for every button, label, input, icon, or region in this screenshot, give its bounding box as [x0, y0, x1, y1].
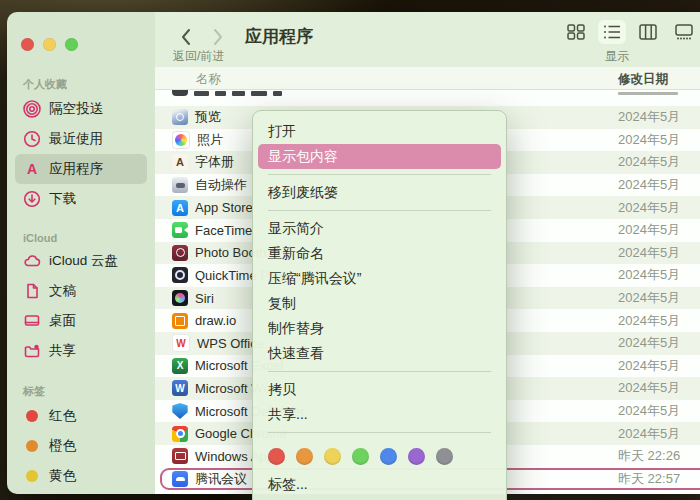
- sidebar-section-header: 个人收藏: [23, 77, 147, 92]
- sidebar: 个人收藏隔空投送最近使用A应用程序下载iCloudiCloud 云盘文稿桌面共享…: [7, 12, 155, 494]
- tag-color-dot[interactable]: [436, 448, 453, 465]
- sidebar-item-orange-tag[interactable]: 橙色: [15, 431, 147, 461]
- menu-item[interactable]: 标签...: [258, 472, 501, 497]
- file-name: 腾讯会议: [195, 470, 247, 488]
- sidebar-item-label: 隔空投送: [49, 100, 103, 118]
- sidebar-item-cloud[interactable]: iCloud 云盘: [15, 246, 147, 276]
- tag-color-dot[interactable]: [268, 448, 285, 465]
- modified-date: 2024年5月: [618, 108, 680, 126]
- forward-button[interactable]: [211, 27, 225, 47]
- modified-date: 2024年5月: [618, 153, 680, 171]
- modified-date: 2024年5月: [618, 357, 680, 375]
- tag-color-row: [253, 438, 506, 472]
- applications-icon: A: [22, 160, 41, 179]
- file-name: 预览: [195, 108, 221, 126]
- list-view-button[interactable]: [598, 20, 626, 44]
- close-button[interactable]: [21, 38, 34, 51]
- menu-item[interactable]: 移到废纸篓: [258, 180, 501, 205]
- modified-date: 昨天 22:26: [618, 447, 680, 465]
- sidebar-item-desktop[interactable]: 桌面: [15, 306, 147, 336]
- gallery-icon: [675, 24, 693, 40]
- back-forward-label: 返回/前进: [173, 48, 224, 65]
- windowsapp-app-icon: [172, 448, 188, 464]
- sidebar-section-header: 标签: [23, 384, 147, 399]
- modified-date: 2024年5月: [618, 425, 680, 443]
- name-column-header[interactable]: 名称: [196, 71, 221, 88]
- sidebar-item-shared-folder[interactable]: 共享: [15, 336, 147, 366]
- sidebar-item-label: 红色: [49, 407, 76, 425]
- sidebar-item-label: 橙色: [49, 437, 76, 455]
- modified-date: 2024年5月: [618, 289, 680, 307]
- sidebar-item-clock[interactable]: 最近使用: [15, 124, 147, 154]
- sidebar-item-label: 黄色: [49, 467, 76, 485]
- grid-icon: [567, 24, 585, 40]
- modified-date: 2024年5月: [618, 379, 680, 397]
- sidebar-item-document[interactable]: 文稿: [15, 276, 147, 306]
- clock-icon: [22, 130, 41, 149]
- toolbar: 返回/前进 应用程序 显示: [155, 12, 700, 66]
- modified-date: 昨天 22:57: [618, 470, 680, 488]
- view-switcher: [562, 20, 698, 44]
- modified-date: 2024年5月: [618, 199, 680, 217]
- tag-color-dot[interactable]: [296, 448, 313, 465]
- word-app-icon: [172, 380, 188, 396]
- sidebar-item-label: 下载: [49, 190, 76, 208]
- siri-app-icon: [172, 290, 188, 306]
- modified-date: 2024年5月: [618, 131, 680, 149]
- menu-item[interactable]: 显示包内容: [258, 144, 501, 169]
- sidebar-item-label: 文稿: [49, 282, 76, 300]
- sidebar-item-label: 共享: [49, 342, 76, 360]
- fontbook-app-icon: [172, 154, 188, 170]
- column-view-button[interactable]: [634, 20, 662, 44]
- menu-item[interactable]: 压缩“腾讯会议”: [258, 266, 501, 291]
- svg-text:A: A: [26, 161, 36, 177]
- menu-item[interactable]: 拷贝: [258, 377, 501, 402]
- file-name: App Store: [195, 200, 253, 215]
- menu-item[interactable]: 制作替身: [258, 316, 501, 341]
- excel-app-icon: [172, 358, 188, 374]
- back-button[interactable]: [179, 27, 193, 47]
- menu-item[interactable]: 重新命名: [258, 241, 501, 266]
- shared-folder-icon: [22, 342, 41, 361]
- zoom-button[interactable]: [65, 38, 78, 51]
- sidebar-item-red-tag[interactable]: 红色: [15, 401, 147, 431]
- sidebar-item-label: 最近使用: [49, 130, 103, 148]
- modified-date: 2024年5月: [618, 402, 680, 420]
- modified-date: 2024年5月: [618, 312, 680, 330]
- sidebar-item-airdrop[interactable]: 隔空投送: [15, 94, 147, 124]
- menu-item[interactable]: 共享...: [258, 402, 501, 427]
- icon-view-button[interactable]: [562, 20, 590, 44]
- menu-item[interactable]: 打开: [258, 119, 501, 144]
- sidebar-item-label: 桌面: [49, 312, 76, 330]
- modified-date: 2024年5月: [618, 221, 680, 239]
- tag-color-dot[interactable]: [324, 448, 341, 465]
- gallery-view-button[interactable]: [670, 20, 698, 44]
- sidebar-item-yellow-tag[interactable]: 黄色: [15, 461, 147, 491]
- menu-item[interactable]: 复制: [258, 291, 501, 316]
- window-controls: [15, 12, 147, 51]
- tag-color-dot[interactable]: [380, 448, 397, 465]
- table-row[interactable]: [155, 90, 700, 106]
- minimize-button[interactable]: [43, 38, 56, 51]
- wps-app-icon: [172, 334, 190, 352]
- clipped-app-icon: [172, 90, 188, 96]
- facetime-app-icon: [172, 222, 188, 238]
- modified-date: 2024年5月: [618, 334, 680, 352]
- list-header: 名称 修改日期: [155, 66, 700, 90]
- photos-app-icon: [172, 131, 190, 149]
- columns-icon: [639, 24, 657, 40]
- menu-item[interactable]: 快速查看: [258, 341, 501, 366]
- menu-separator: [268, 210, 491, 211]
- cloud-icon: [22, 252, 41, 271]
- tag-color-dot[interactable]: [408, 448, 425, 465]
- tag-color-dot[interactable]: [352, 448, 369, 465]
- sidebar-item-label: 应用程序: [49, 160, 103, 178]
- file-name: 照片: [197, 131, 223, 149]
- date-column-header[interactable]: 修改日期: [618, 71, 668, 88]
- chrome-app-icon: [172, 426, 188, 442]
- menu-item[interactable]: 显示简介: [258, 216, 501, 241]
- tencent-meeting-app-icon: [172, 471, 188, 487]
- menu-separator: [268, 371, 491, 372]
- sidebar-item-download[interactable]: 下载: [15, 184, 147, 214]
- sidebar-item-applications[interactable]: A应用程序: [15, 154, 147, 184]
